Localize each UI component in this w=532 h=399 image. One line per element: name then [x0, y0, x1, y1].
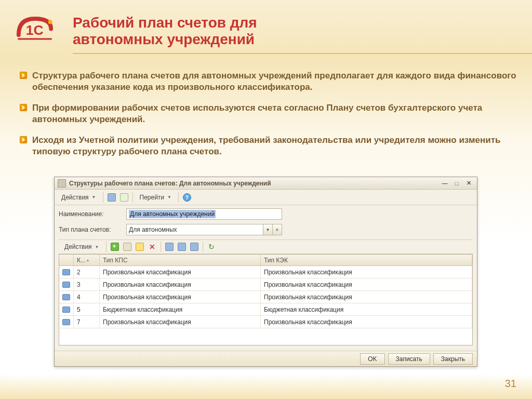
row-marker-icon — [62, 269, 70, 275]
title-underline — [73, 53, 532, 54]
cell-kps: Произвольная классификация — [100, 291, 261, 303]
bullet-text: Исходя из Учетной политики учреждения, т… — [32, 135, 516, 157]
actions-menu[interactable]: Действия ▼ — [58, 192, 100, 203]
chevron-down-icon: ▼ — [95, 245, 99, 249]
help-icon[interactable]: ? — [182, 192, 192, 203]
bullet-icon — [20, 104, 27, 111]
cell-code: 2 — [74, 266, 100, 278]
logo-1c: 1С — [15, 15, 55, 43]
copy-icon[interactable] — [122, 242, 132, 252]
separator — [106, 242, 107, 252]
bullet-icon — [20, 72, 27, 79]
maximize-button[interactable]: □ — [451, 179, 462, 188]
bullet-text: Структура рабочего плана счетов для авто… — [32, 70, 516, 93]
separator — [161, 242, 161, 252]
cell-kek: Произвольная классификация — [261, 278, 472, 290]
table-row[interactable]: 4 Произвольная классификация Произвольна… — [59, 291, 472, 303]
cell-kps: Произвольная классификация — [100, 278, 261, 290]
close-button[interactable]: Закрыть — [433, 353, 473, 365]
window-title: Структуры рабочего плана счетов: Для авт… — [69, 180, 440, 187]
grid-actions-menu[interactable]: Действия ▼ — [61, 241, 103, 252]
table-row[interactable]: 3 Произвольная классификация Произвольна… — [59, 278, 472, 291]
ok-button[interactable]: OK — [360, 353, 384, 365]
grid-header-kps[interactable]: Тип КПС — [100, 255, 261, 265]
cell-kek: Бюджетная классификация — [261, 303, 472, 315]
grid-toolbar: Действия ▼ ✕ ↻ — [59, 240, 473, 254]
refresh-icon[interactable]: ↻ — [206, 242, 217, 252]
svg-point-1 — [48, 20, 52, 24]
cell-kps: Произвольная классификация — [100, 316, 261, 328]
plan-type-value: Для автономных — [129, 226, 177, 233]
bullet-item: Исходя из Учетной политики учреждения, т… — [20, 135, 516, 157]
cell-code: 3 — [74, 278, 100, 290]
cell-code: 7 — [74, 316, 100, 328]
slide-title: Рабочий план счетов для автономных учреж… — [73, 15, 257, 48]
window-footer: OK Записать Закрыть — [55, 351, 477, 366]
window-toolbar: Действия ▼ Перейти ▼ ? — [55, 190, 477, 205]
name-value: Для автономных учреждений — [129, 210, 216, 218]
save-button[interactable]: Записать — [388, 353, 430, 365]
separator — [203, 242, 203, 252]
actions-label: Действия — [61, 194, 89, 201]
plan-type-combo[interactable]: Для автономных ▼ ✕ — [126, 224, 282, 235]
plan-type-label: Тип плана счетов: — [59, 226, 126, 233]
slide-title-line2: автономных учреждений — [73, 31, 255, 47]
combo-dropdown-icon[interactable]: ▼ — [263, 224, 273, 235]
cell-kps: Произвольная классификация — [100, 266, 261, 278]
chevron-down-icon: ▼ — [92, 195, 96, 200]
goto-label: Перейти — [140, 194, 165, 201]
slide-title-line1: Рабочий план счетов для — [73, 15, 257, 31]
delete-icon[interactable]: ✕ — [147, 242, 157, 252]
cell-kek: Произвольная классификация — [261, 291, 472, 303]
titlebar[interactable]: Структуры рабочего плана счетов: Для авт… — [55, 177, 477, 190]
goto-menu[interactable]: Перейти ▼ — [136, 192, 175, 203]
bullet-item: Структура рабочего плана счетов для авто… — [20, 70, 516, 93]
svg-rect-2 — [18, 38, 52, 39]
row-marker-icon — [62, 282, 70, 288]
filter1-icon[interactable] — [164, 242, 175, 252]
form-area: Наименование: Для автономных учреждений … — [55, 205, 477, 351]
edit-icon[interactable] — [135, 242, 145, 252]
bullet-item: При формировании рабочих счетов использу… — [20, 102, 516, 125]
cell-code: 4 — [74, 291, 100, 303]
grid-filler — [59, 328, 472, 345]
cell-kek: Произвольная классификация — [261, 266, 472, 278]
page-number: 31 — [505, 378, 516, 390]
sheet-icon[interactable] — [119, 192, 129, 203]
grid-header: К... ▴ Тип КПС Тип КЭК — [59, 255, 472, 266]
table-row[interactable]: 7 Произвольная классификация Произвольна… — [59, 316, 472, 328]
cell-kek: Произвольная классификация — [261, 316, 472, 328]
cell-code: 5 — [74, 303, 100, 315]
bullet-icon — [20, 136, 27, 143]
window-icon — [58, 179, 66, 188]
cell-kps: Бюджетная классификация — [100, 303, 261, 315]
add-icon[interactable] — [110, 242, 120, 252]
separator — [178, 192, 179, 203]
minimize-button[interactable]: — — [440, 179, 450, 188]
name-input[interactable]: Для автономных учреждений — [126, 208, 282, 220]
bullet-text: При формировании рабочих счетов использу… — [32, 102, 516, 125]
sort-indicator-icon: ▴ — [87, 258, 89, 262]
row-marker-icon — [62, 307, 70, 313]
separator — [103, 192, 103, 203]
table-row[interactable]: 5 Бюджетная классификация Бюджетная клас… — [59, 303, 472, 316]
grid-actions-label: Действия — [64, 243, 92, 250]
table-row[interactable]: 2 Произвольная классификация Произвольна… — [59, 266, 472, 278]
name-label: Наименование: — [59, 210, 126, 218]
grid: К... ▴ Тип КПС Тип КЭК 2 Произвольная кл… — [59, 254, 473, 345]
save-icon[interactable] — [107, 192, 117, 203]
chevron-down-icon: ▼ — [167, 195, 171, 200]
combo-clear-icon[interactable]: ✕ — [273, 224, 282, 235]
filter2-icon[interactable] — [177, 242, 187, 252]
svg-text:1С: 1С — [26, 22, 44, 38]
row-marker-icon — [62, 294, 70, 300]
row-marker-icon — [62, 319, 70, 325]
grid-header-code[interactable]: К... ▴ — [74, 255, 100, 265]
separator — [132, 192, 133, 203]
grid-header-marker[interactable] — [59, 255, 74, 265]
footer-shade — [0, 374, 532, 399]
grid-header-kek[interactable]: Тип КЭК — [261, 255, 472, 265]
close-button[interactable]: ✕ — [463, 179, 474, 188]
app-window: Структуры рабочего плана счетов: Для авт… — [54, 177, 477, 367]
filter3-icon[interactable] — [189, 242, 200, 252]
